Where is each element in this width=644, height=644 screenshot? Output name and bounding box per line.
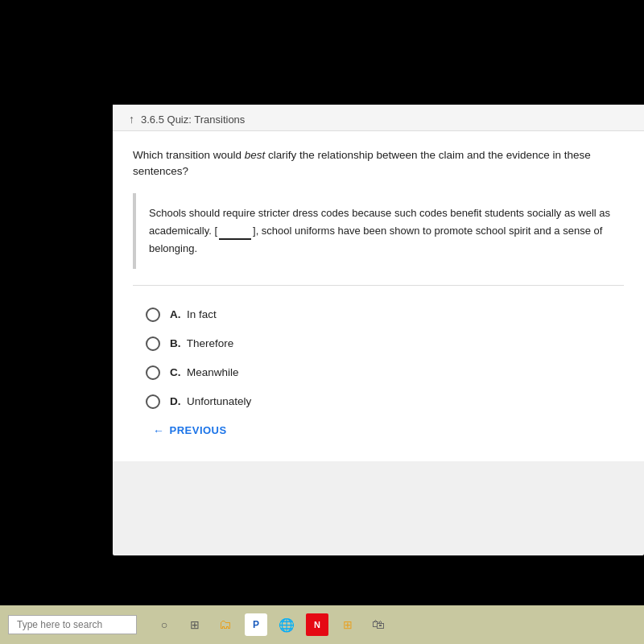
option-d-letter: D.: [170, 395, 181, 407]
taskbar: ○ ⊞ 🗂 P 🌐 N ⊞ 🛍: [0, 605, 644, 644]
option-d-label: D. Unfortunately: [170, 395, 251, 407]
option-c-letter: C.: [170, 366, 181, 378]
option-a[interactable]: A. In fact: [141, 300, 616, 329]
screen: ↑ 3.6.5 Quiz: Transitions Which transiti…: [113, 105, 644, 555]
option-c-text: Meanwhile: [187, 366, 239, 378]
option-b-text: Therefore: [187, 337, 234, 349]
word-icon[interactable]: P: [245, 613, 267, 636]
option-d-text: Unfortunately: [187, 395, 251, 407]
question-part1: Which transition would: [133, 149, 245, 161]
grid-icon[interactable]: ⊞: [184, 613, 206, 636]
taskbar-icons: ○ ⊞ 🗂 P 🌐 N ⊞ 🛍: [153, 613, 390, 636]
option-c[interactable]: C. Meanwhile: [141, 358, 616, 387]
quiz-header: ↑ 3.6.5 Quiz: Transitions: [113, 105, 644, 131]
bag-icon[interactable]: 🛍: [367, 613, 390, 636]
tiles-icon[interactable]: ⊞: [336, 613, 359, 636]
options-list: A. In fact B. Therefore C. Meanwhile: [133, 300, 624, 416]
passage-text: Schools should require stricter dress co…: [149, 204, 611, 258]
option-a-label: A. In fact: [170, 308, 217, 320]
quiz-content: Which transition would best clarify the …: [113, 131, 644, 461]
option-b[interactable]: B. Therefore: [141, 329, 616, 358]
folder-icon[interactable]: 🗂: [214, 613, 237, 636]
search-input[interactable]: [8, 615, 137, 634]
radio-a[interactable]: [146, 308, 160, 322]
radio-b[interactable]: [146, 336, 160, 351]
upload-icon: ↑: [129, 113, 134, 126]
radio-c[interactable]: [146, 365, 160, 380]
question-text: Which transition would best clarify the …: [133, 147, 624, 180]
previous-button[interactable]: ← PREVIOUS: [133, 416, 624, 445]
passage-blank: [219, 238, 251, 240]
option-c-label: C. Meanwhile: [170, 366, 239, 378]
option-d[interactable]: D. Unfortunately: [141, 387, 616, 416]
radio-d[interactable]: [146, 394, 160, 409]
globe-icon[interactable]: 🌐: [275, 613, 298, 636]
divider: [133, 285, 624, 286]
previous-label: PREVIOUS: [170, 424, 227, 436]
quiz-title: 3.6.5 Quiz: Transitions: [141, 114, 245, 126]
option-b-letter: B.: [170, 337, 181, 349]
arrow-left-icon: ←: [153, 424, 165, 437]
passage-block: Schools should require stricter dress co…: [133, 193, 624, 269]
netflix-icon[interactable]: N: [306, 613, 328, 636]
option-a-text: In fact: [187, 308, 217, 320]
question-italic: best: [245, 149, 266, 161]
search-icon[interactable]: ○: [153, 613, 175, 636]
option-a-letter: A.: [170, 308, 181, 320]
option-b-label: B. Therefore: [170, 337, 233, 349]
